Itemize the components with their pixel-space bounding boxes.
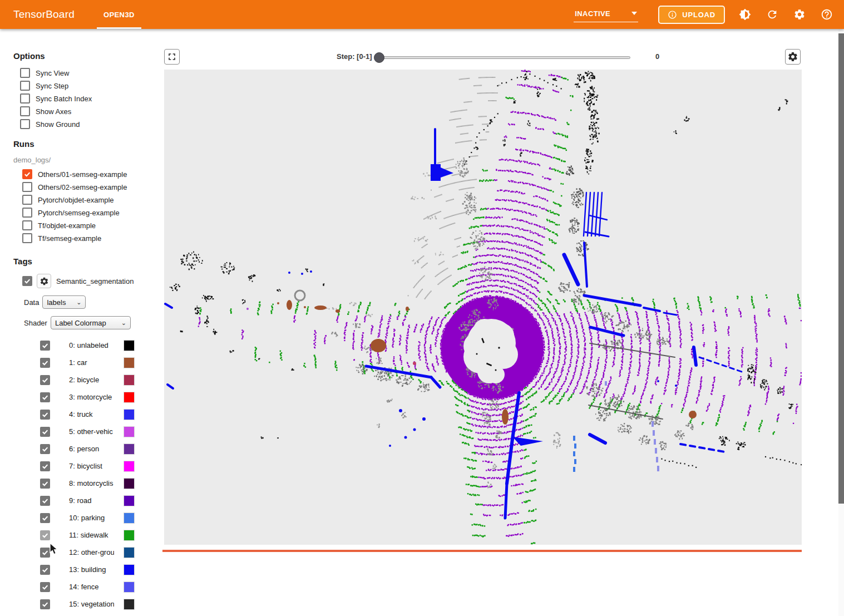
class-row: 12: other-grou [0,544,162,561]
class-row: 3: motorcycle [0,388,162,406]
tab-open3d[interactable]: OPEN3D [98,0,140,29]
point-cloud-view[interactable] [164,70,802,545]
sidebar: Options Sync View Sync Step Sync Batch I… [0,29,162,616]
run-checkbox[interactable] [22,220,32,230]
tag-checkbox[interactable] [22,276,32,286]
tag-settings-button[interactable] [37,274,51,288]
data-select-label: Data [24,298,39,307]
reload-status-dropdown[interactable]: INACTIVE [574,7,638,22]
color-swatch[interactable] [124,392,135,403]
tab-active-indicator [97,27,141,29]
class-label: 4: truck [69,410,114,418]
header-actions: INACTIVE UPLOAD [574,6,834,24]
class-checkbox[interactable] [40,565,50,575]
class-checkbox[interactable] [40,496,50,506]
class-checkbox[interactable] [40,410,50,420]
option-sync-step: Sync Step [20,81,162,91]
class-label: 3: motorcycle [69,393,114,401]
data-select[interactable]: labels ⌄ [42,295,86,309]
settings-button[interactable] [792,7,807,22]
class-row: 9: road [0,492,162,509]
class-checkbox[interactable] [40,375,50,385]
class-row: 5: other-vehic [0,423,162,440]
options-heading: Options [13,51,162,61]
step-slider-thumb[interactable] [374,52,384,63]
runs-heading: Runs [13,139,162,149]
data-select-row: Data labels ⌄ [24,295,162,309]
viewer-settings-button[interactable] [785,49,801,65]
color-swatch[interactable] [124,409,135,420]
reload-button[interactable] [765,7,779,22]
option-sync-batch-index: Sync Batch Index [20,93,162,104]
class-checkbox[interactable] [40,341,50,351]
class-checkbox[interactable] [40,427,50,437]
color-swatch[interactable] [124,547,135,558]
color-swatch[interactable] [124,495,135,506]
class-checkbox[interactable] [40,358,50,368]
class-checkbox[interactable] [40,479,50,489]
option-show-ground: Show Ground [20,119,162,129]
color-swatch[interactable] [124,581,135,593]
class-label: 7: bicyclist [69,462,114,470]
shader-select-row: Shader Label Colormap ⌄ [24,316,162,329]
option-label: Show Axes [36,107,71,116]
color-swatch[interactable] [124,426,135,437]
class-checkbox[interactable] [40,392,50,402]
step-slider[interactable] [376,56,630,59]
color-swatch[interactable] [124,478,135,489]
sync-view-checkbox[interactable] [20,68,30,78]
shader-select-label: Shader [24,319,47,327]
run-checkbox[interactable] [22,208,32,218]
option-label: Sync Step [36,82,68,90]
sync-step-checkbox[interactable] [20,81,30,91]
run-checkbox[interactable] [22,195,32,205]
run-item: Pytorch/semseg-example [22,208,162,218]
tags-heading: Tags [13,257,162,266]
color-swatch[interactable] [124,564,135,575]
class-label: 11: sidewalk [69,531,114,539]
run-checkbox[interactable] [22,182,32,192]
show-axes-checkbox[interactable] [20,106,30,116]
class-label: 9: road [69,496,114,505]
data-select-value: labels [47,298,66,307]
color-swatch[interactable] [124,357,135,368]
dark-mode-toggle-button[interactable] [738,7,752,22]
option-sync-view: Sync View [20,68,162,78]
run-item: Pytorch/objdet-example [22,195,162,205]
color-swatch[interactable] [124,374,135,386]
class-row: 4: truck [0,406,162,423]
help-button[interactable] [820,7,834,22]
color-swatch[interactable] [124,443,135,455]
class-checkbox[interactable] [40,513,50,523]
class-checkbox[interactable] [40,582,50,592]
class-label: 10: parking [69,514,114,522]
run-checkbox[interactable] [22,169,32,179]
class-checkbox[interactable] [40,461,50,471]
run-checkbox[interactable] [22,233,32,243]
shader-select[interactable]: Label Colormap ⌄ [51,316,131,329]
class-checkbox[interactable] [40,444,50,454]
class-row: 8: motorcyclis [0,475,162,492]
run-label: Tf/objdet-example [38,221,96,230]
show-ground-checkbox[interactable] [20,119,30,129]
fullscreen-icon [166,51,177,62]
runs-group-label: demo_logs/ [13,156,162,164]
fullscreen-button[interactable] [164,49,180,65]
tag-label: Semantic_segmentation [56,277,134,285]
upload-button[interactable]: UPLOAD [658,6,725,24]
class-label: 5: other-vehic [69,427,114,436]
color-swatch[interactable] [124,461,135,472]
sync-batch-index-checkbox[interactable] [20,93,30,104]
color-swatch[interactable] [124,512,135,524]
class-checkbox[interactable] [40,530,50,540]
class-checkbox[interactable] [40,548,50,558]
color-swatch[interactable] [124,530,135,541]
class-checkbox[interactable] [40,599,50,609]
color-swatch[interactable] [124,340,135,351]
gear-icon [793,8,806,21]
label-class-list: 0: unlabeled 1: car 2: bicycle 3: motorc… [0,337,162,613]
class-label: 13: building [69,565,114,574]
shader-select-value: Label Colormap [55,319,106,327]
color-swatch[interactable] [124,599,135,610]
scrollbar-thumb[interactable] [838,33,844,504]
